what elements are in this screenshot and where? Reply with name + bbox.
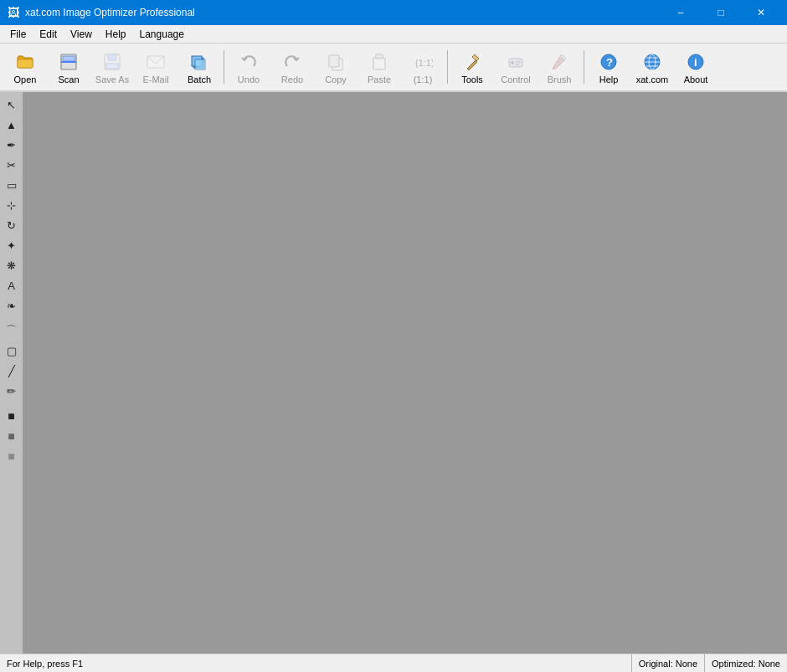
svg-text:?: ?	[606, 56, 613, 69]
svg-rect-5	[106, 64, 118, 69]
svg-rect-2	[63, 56, 75, 61]
toolbar-btn-control: Control	[494, 45, 538, 89]
rotate-tool[interactable]: ↻	[3, 216, 21, 234]
rect-draw-tool[interactable]: ▢	[3, 341, 21, 360]
rect-select-tool[interactable]: ▭	[3, 176, 21, 194]
toolbar-btn-zoom11: (1:1) (1:1)	[401, 45, 445, 89]
svg-rect-18	[516, 64, 519, 65]
color-swatch-1[interactable]: ■	[3, 407, 21, 425]
svg-rect-4	[108, 54, 116, 60]
undo-label: Undo	[238, 75, 260, 85]
status-help: For Help, press F1	[0, 654, 632, 672]
saveas-label: Save As	[95, 75, 129, 85]
toolbar-btn-copy: Copy	[314, 45, 357, 89]
scan-icon	[57, 50, 80, 74]
toolbar-btn-scan[interactable]: Scan	[47, 45, 90, 89]
toolbar-btn-about[interactable]: i About	[674, 45, 718, 89]
batch-label: Batch	[188, 75, 211, 85]
control-icon	[504, 50, 527, 74]
toolbar-btn-redo: Redo	[270, 45, 314, 89]
svg-rect-13	[376, 54, 383, 59]
svg-rect-11	[329, 55, 339, 67]
zoom11-label: (1:1)	[414, 75, 433, 85]
menu-language[interactable]: Language	[133, 27, 191, 42]
xatcom-icon	[640, 50, 664, 74]
toolbar-btn-help[interactable]: ? Help	[587, 45, 630, 89]
paste-label: Paste	[368, 75, 391, 85]
minimize-button[interactable]: –	[661, 0, 700, 25]
maximize-button[interactable]: □	[702, 0, 740, 25]
toolbar-btn-brush: Brush	[538, 45, 581, 89]
left-toolbar: ↖▲✒✂▭⊹↻✦❋A❧⌒▢╱✏■■■	[0, 92, 23, 654]
sharpen-tool[interactable]: ✦	[3, 236, 21, 254]
email-label: E-Mail	[142, 75, 168, 85]
paste-icon	[368, 50, 391, 74]
batch-icon	[188, 50, 211, 74]
arrow-tool[interactable]: ↖	[3, 95, 21, 114]
toolbar-btn-tools[interactable]: Tools	[450, 45, 494, 89]
title-bar: 🖼 xat.com Image Optimizer Professional –…	[0, 0, 787, 25]
lasso-tool[interactable]: ⌒	[3, 321, 21, 340]
scan-label: Scan	[58, 75, 79, 85]
svg-rect-17	[516, 61, 521, 63]
brush-label: Brush	[548, 75, 572, 85]
email-icon	[144, 50, 167, 74]
toolbar: Open Scan Save As E-Mail Batch Undo Redo…	[0, 44, 787, 92]
about-label: About	[684, 75, 708, 85]
main-area: ↖▲✒✂▭⊹↻✦❋A❧⌒▢╱✏■■■	[0, 92, 787, 654]
status-original: Original: None	[632, 654, 705, 672]
color-swatch-2[interactable]: ■	[3, 427, 21, 445]
open-label: Open	[14, 75, 37, 85]
svg-text:i: i	[694, 56, 697, 69]
menu-file[interactable]: File	[3, 27, 33, 42]
toolbar-btn-undo: Undo	[227, 45, 270, 89]
fill-tool[interactable]: ▲	[3, 115, 21, 134]
menu-view[interactable]: View	[64, 27, 99, 42]
menu-help[interactable]: Help	[99, 27, 133, 42]
watermark-tool[interactable]: ❧	[3, 296, 21, 315]
text-tool[interactable]: A	[3, 276, 21, 295]
help-label: Help	[599, 75, 619, 85]
color-swatch-3[interactable]: ■	[3, 447, 21, 465]
svg-text:(1:1): (1:1)	[415, 58, 433, 68]
menu-edit[interactable]: Edit	[33, 27, 64, 42]
toolbar-btn-xatcom[interactable]: xat.com	[630, 45, 674, 89]
svg-rect-9	[195, 59, 205, 69]
toolbar-btn-saveas: Save As	[90, 45, 134, 89]
title-text: xat.com Image Optimizer Professional	[25, 7, 195, 18]
dropper-tool[interactable]: ✒	[3, 136, 21, 154]
copy-label: Copy	[325, 75, 347, 85]
undo-icon	[237, 50, 260, 74]
svg-point-16	[511, 61, 514, 64]
toolbar-btn-paste: Paste	[357, 45, 401, 89]
open-icon	[13, 50, 37, 74]
app-icon: 🖼	[7, 6, 20, 19]
toolbar-separator	[584, 50, 584, 84]
saveas-icon	[100, 50, 124, 74]
canvas-area	[23, 92, 787, 654]
transform-tool[interactable]: ⊹	[3, 196, 21, 214]
title-controls: – □ ✕	[661, 0, 780, 25]
effect-tool[interactable]: ❋	[3, 256, 21, 274]
toolbar-separator	[224, 50, 224, 84]
brush-icon	[548, 50, 571, 74]
line-tool[interactable]: ╱	[3, 362, 21, 380]
copy-icon	[324, 50, 347, 74]
help-icon: ?	[597, 50, 620, 74]
close-button[interactable]: ✕	[742, 0, 780, 25]
tools-label: Tools	[461, 75, 483, 85]
crop-tool[interactable]: ✂	[3, 156, 21, 174]
xatcom-label: xat.com	[636, 75, 669, 85]
redo-label: Redo	[281, 75, 303, 85]
zoom11-icon: (1:1)	[411, 50, 435, 74]
toolbar-btn-open[interactable]: Open	[3, 45, 47, 89]
toolbar-btn-batch[interactable]: Batch	[177, 45, 221, 89]
menu-bar: FileEditViewHelpLanguage	[0, 25, 787, 44]
status-bar: For Help, press F1 Original: None Optimi…	[0, 654, 787, 672]
pen-tool[interactable]: ✏	[3, 382, 21, 400]
title-left: 🖼 xat.com Image Optimizer Professional	[7, 6, 195, 19]
toolbar-btn-email: E-Mail	[134, 45, 177, 89]
status-optimized: Optimized: None	[705, 654, 787, 672]
about-icon: i	[684, 50, 707, 74]
control-label: Control	[501, 75, 530, 85]
